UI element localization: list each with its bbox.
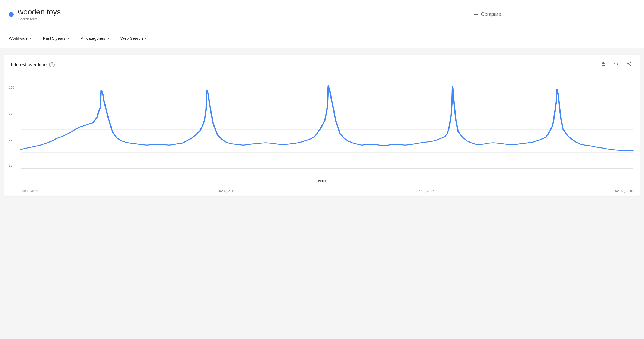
y-label-25: 25 [9,164,14,167]
chevron-down-icon: ▼ [67,37,70,40]
chart-header: Interest over time ? [4,55,640,75]
search-term-value: wooden toys [18,8,61,16]
filter-type-label: Web Search [120,36,143,41]
compare-plus-icon: + [474,10,478,19]
main-content: Interest over time ? 100 [0,48,644,202]
filter-time-label: Past 5 years [43,36,66,41]
x-label-2: Dec 6, 2015 [218,189,235,193]
filter-type[interactable]: Web Search ▼ [120,34,151,43]
filters-bar: Worldwide ▼ Past 5 years ▼ All categorie… [0,29,644,48]
chart-card: Interest over time ? 100 [4,55,640,196]
chart-body: 100 75 50 25 [4,75,640,196]
top-section: wooden toys Search term + Compare [0,0,644,29]
filter-category-label: All categories [81,36,105,41]
search-term-label: Search term [18,17,61,21]
search-term-text: wooden toys Search term [18,8,61,21]
y-label-50: 50 [9,138,14,141]
chart-actions [599,60,633,69]
chart-title-area: Interest over time ? [11,62,55,67]
share-icon[interactable] [626,60,633,69]
x-label-1: Jun 1, 2014 [21,189,38,193]
filter-location-label: Worldwide [9,36,28,41]
chart-note: Note [4,178,640,187]
x-axis-labels: Jun 1, 2014 Dec 6, 2015 Jun 11, 2017 Dec… [4,187,640,193]
search-term-box: wooden toys Search term [0,0,331,29]
help-icon[interactable]: ? [49,62,55,67]
chart-svg-container [4,83,640,177]
chart-title: Interest over time [11,62,47,67]
compare-label: Compare [481,11,501,17]
y-label-75: 75 [9,112,14,115]
chevron-down-icon: ▼ [107,37,110,40]
x-label-4: Dec 16, 2018 [614,189,633,193]
y-label-100: 100 [9,86,14,90]
embed-icon[interactable] [612,60,620,69]
x-label-3: Jun 11, 2017 [415,189,434,193]
y-axis-labels: 100 75 50 25 [9,86,14,167]
chevron-down-icon: ▼ [29,37,32,40]
filter-time[interactable]: Past 5 years ▼ [43,34,74,43]
filter-location[interactable]: Worldwide ▼ [9,34,36,43]
trend-chart [21,83,633,175]
compare-button[interactable]: + Compare [331,0,644,29]
search-term-dot [9,12,14,17]
download-icon[interactable] [599,60,607,69]
filter-category[interactable]: All categories ▼ [81,34,114,43]
chevron-down-icon: ▼ [144,37,147,40]
